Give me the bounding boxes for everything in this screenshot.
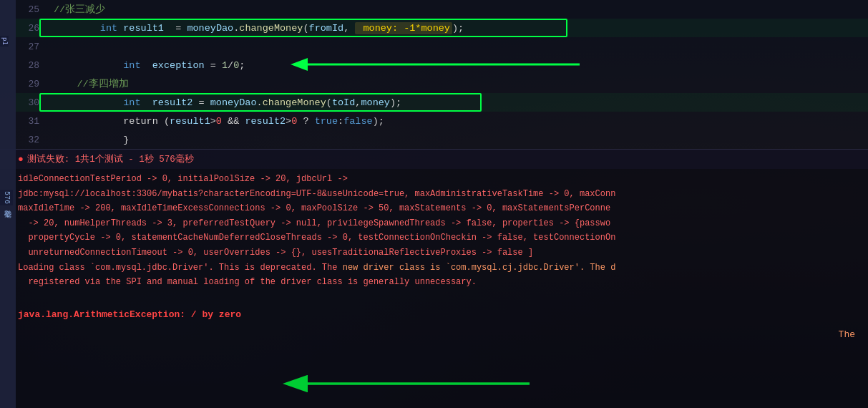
bottom-right-text: The — [839, 329, 855, 340]
console-line-8: registered via the SPI and manual loadin… — [0, 275, 868, 290]
console-output: idleConnectionTestPeriod -> 0, initialPo… — [0, 169, 868, 408]
line-number-29: 29 — [16, 79, 48, 89]
line-number-32: 32 — [16, 135, 48, 145]
console-line-3: maxIdleTime -> 200, maxIdleTimeExcessCon… — [0, 201, 868, 216]
line-number-26: 26 — [16, 23, 48, 34]
code-content-32: } — [48, 124, 868, 156]
code-editor: 25 //张三减少 26 int result1 = moneyDao.chan… — [0, 0, 868, 149]
code-line-28: 28 int exception = 1/0; — [16, 56, 868, 74]
console-line-7: Loading class `com.mysql.jdbc.Driver'. T… — [0, 261, 868, 276]
line-number-31: 31 — [16, 116, 48, 127]
main-content: pl 25 //张三减少 26 int result1 = moneyDao.c… — [0, 0, 868, 408]
console-line-5: propertyCycle -> 0, statementCacheNumDef… — [0, 230, 868, 246]
code-line-26: 26 int result1 = moneyDao.changeMoney(fr… — [16, 19, 868, 37]
console-line-2: jdbc:mysql://localhost:3306/mybatis?char… — [0, 187, 868, 202]
console-line-9 — [0, 290, 868, 305]
code-line-32: 32 } — [16, 130, 868, 149]
line-number-30: 30 — [16, 97, 48, 108]
console-error-line: java.lang.ArithmeticException: / by zero — [0, 307, 868, 323]
line-number-28: 28 — [16, 60, 48, 71]
time-sidebar-label: 576毫秒 — [0, 190, 13, 205]
console-line-4: -> 20, numHelperThreads -> 3, preferredT… — [0, 216, 868, 231]
test-fail-icon: ● — [18, 154, 24, 165]
line-number-27: 27 — [16, 42, 48, 52]
sidebar-pl-label: pl — [0, 36, 9, 47]
console-line-6: unreturnedConnectionTimeout -> 0, userOv… — [0, 246, 868, 261]
exception-arrow-console — [0, 364, 537, 399]
console-line-1: idleConnectionTestPeriod -> 0, initialPo… — [0, 172, 868, 187]
line-number-25: 25 — [16, 4, 48, 15]
